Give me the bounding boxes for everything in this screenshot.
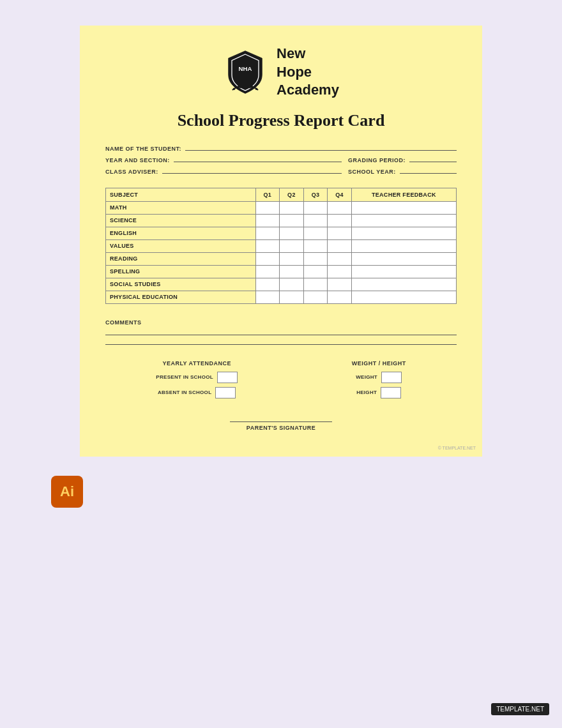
q4-cell-4	[328, 252, 352, 265]
height-box	[381, 387, 401, 398]
feedback-cell-2	[351, 227, 456, 239]
q1-header: Q1	[255, 188, 280, 201]
q4-header: Q4	[328, 188, 352, 201]
table-header-row: SUBJECT Q1 Q2 Q3 Q4 TEACHER FEEDBACK	[106, 188, 457, 201]
q1-cell-5	[255, 265, 280, 278]
year-line	[174, 162, 342, 162]
attendance-section: YEARLY ATTENDANCE PRESENT IN SCHOOL ABSE…	[156, 360, 238, 402]
svg-point-1	[233, 87, 236, 90]
q3-cell-4	[303, 252, 328, 265]
watermark: © TEMPLATE.NET	[438, 446, 476, 450]
q4-cell-3	[328, 239, 352, 252]
q1-cell-6	[255, 278, 280, 291]
q3-cell-6	[303, 278, 328, 291]
feedback-cell-7	[351, 291, 456, 303]
present-box	[217, 372, 238, 383]
adviser-line	[162, 173, 342, 174]
feedback-header: TEACHER FEEDBACK	[351, 188, 456, 201]
q3-cell-2	[303, 227, 328, 239]
table-row: SCIENCE	[106, 214, 457, 227]
height-row: HEIGHT	[356, 387, 401, 398]
q3-cell-7	[303, 291, 328, 303]
feedback-cell-4	[351, 252, 456, 265]
q1-cell-1	[255, 214, 280, 227]
school-year-group: SCHOOL YEAR:	[348, 169, 457, 175]
grading-label: GRADING PERIOD:	[348, 157, 406, 163]
signature-section: PARENT'S SIGNATURE	[105, 421, 457, 431]
subject-cell-3: VALUES	[106, 239, 256, 252]
subject-cell-5: SPELLING	[106, 265, 256, 278]
svg-point-2	[235, 86, 238, 89]
absent-label: ABSENT IN SCHOOL	[158, 390, 211, 395]
school-name: New Hope Academy	[277, 45, 339, 100]
table-row: PHYSICAL EDUCATION	[106, 291, 457, 303]
q1-cell-2	[255, 227, 280, 239]
ai-text: Ai	[60, 483, 74, 500]
year-grading-row: YEAR AND SECTION: GRADING PERIOD:	[105, 157, 457, 163]
weight-height-title: WEIGHT / HEIGHT	[352, 360, 406, 367]
table-row: SOCIAL STUDIES	[106, 278, 457, 291]
subject-header: SUBJECT	[106, 188, 256, 201]
svg-point-4	[255, 87, 258, 90]
subject-cell-7: PHYSICAL EDUCATION	[106, 291, 256, 303]
q2-cell-3	[280, 239, 304, 252]
year-label: YEAR AND SECTION:	[105, 157, 170, 163]
table-row: SPELLING	[106, 265, 457, 278]
grades-table: SUBJECT Q1 Q2 Q3 Q4 TEACHER FEEDBACK MAT…	[105, 188, 457, 304]
weight-label: WEIGHT	[356, 374, 377, 380]
weight-row: WEIGHT	[356, 372, 402, 383]
svg-point-5	[253, 86, 255, 89]
year-group: YEAR AND SECTION:	[105, 157, 342, 163]
absent-box	[215, 387, 236, 398]
absent-row: ABSENT IN SCHOOL	[158, 387, 236, 398]
report-title: School Progress Report Card	[105, 111, 457, 130]
school-logo: NHA	[223, 50, 268, 95]
subject-cell-2: ENGLISH	[106, 227, 256, 239]
comments-label: COMMENTS	[105, 319, 457, 326]
q2-cell-5	[280, 265, 304, 278]
height-label: HEIGHT	[356, 390, 377, 395]
adviser-group: CLASS ADVISER:	[105, 169, 342, 175]
q2-cell-2	[280, 227, 304, 239]
subject-cell-1: SCIENCE	[106, 214, 256, 227]
q2-cell-4	[280, 252, 304, 265]
adviser-label: CLASS ADVISER:	[105, 169, 158, 175]
q1-cell-4	[255, 252, 280, 265]
q2-cell-1	[280, 214, 304, 227]
grading-group: GRADING PERIOD:	[348, 157, 457, 163]
q4-cell-0	[328, 201, 352, 214]
svg-point-6	[251, 86, 254, 88]
q2-cell-7	[280, 291, 304, 303]
table-row: READING	[106, 252, 457, 265]
comment-line-2	[105, 344, 457, 345]
subject-cell-4: READING	[106, 252, 256, 265]
svg-point-7	[244, 91, 247, 94]
weight-box	[381, 372, 402, 383]
present-row: PRESENT IN SCHOOL	[156, 372, 238, 383]
info-section: NAME OF THE STUDENT: YEAR AND SECTION: G…	[105, 146, 457, 175]
grading-line	[409, 162, 457, 162]
q4-cell-7	[328, 291, 352, 303]
signature-label: PARENT'S SIGNATURE	[247, 425, 315, 431]
table-row: MATH	[106, 201, 457, 214]
illustrator-icon: Ai	[51, 476, 83, 508]
comments-section: COMMENTS	[105, 319, 457, 345]
header: NHA New Hope Academy	[105, 45, 457, 100]
name-line	[185, 150, 457, 151]
q4-cell-5	[328, 265, 352, 278]
table-row: VALUES	[106, 239, 457, 252]
school-year-line	[400, 173, 457, 174]
q4-cell-2	[328, 227, 352, 239]
svg-text:NHA: NHA	[239, 65, 252, 72]
feedback-cell-1	[351, 214, 456, 227]
bottom-info: YEARLY ATTENDANCE PRESENT IN SCHOOL ABSE…	[105, 360, 457, 402]
present-label: PRESENT IN SCHOOL	[156, 374, 213, 380]
adviser-year-row: CLASS ADVISER: SCHOOL YEAR:	[105, 169, 457, 175]
subject-cell-0: MATH	[106, 201, 256, 214]
svg-point-3	[238, 86, 240, 88]
comment-line-1	[105, 335, 457, 335]
app-icon-wrapper: Ai	[51, 476, 83, 508]
name-row: NAME OF THE STUDENT:	[105, 146, 457, 152]
name-label: NAME OF THE STUDENT:	[105, 146, 181, 152]
school-year-label: SCHOOL YEAR:	[348, 169, 396, 175]
